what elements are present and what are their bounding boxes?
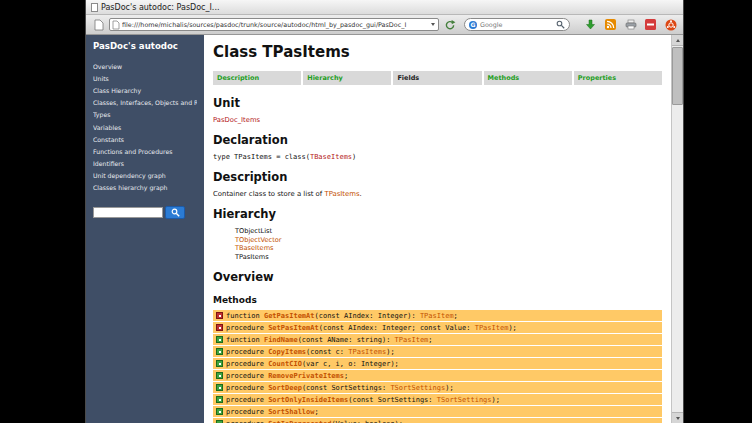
sidebar-item-overview[interactable]: Overview xyxy=(93,60,197,72)
code-text: procedure xyxy=(226,348,268,356)
reload-button[interactable] xyxy=(442,17,457,32)
section-tab-properties[interactable]: Properties xyxy=(574,71,662,85)
code-link[interactable]: GetPasItemAt xyxy=(264,312,315,320)
google-engine-icon[interactable]: G xyxy=(469,21,477,29)
hierarchy-heading: Hierarchy xyxy=(213,207,662,221)
code-text: ; xyxy=(454,312,458,320)
methods-table: function GetPasItemAt(const AIndex: Inte… xyxy=(213,310,662,423)
code-link[interactable]: TPasItems xyxy=(348,348,386,356)
hierarchy-list: TObjectListTObjectVectorTBaseItemsTPasIt… xyxy=(213,227,662,261)
sidebar-search-input[interactable] xyxy=(93,207,163,218)
hierarchy-item[interactable]: TBaseItems xyxy=(235,244,662,253)
code-link[interactable]: TPasItems xyxy=(324,190,359,198)
visibility-public-icon xyxy=(216,408,223,415)
code-text: (const AName: string): xyxy=(298,336,395,344)
visibility-public-icon xyxy=(216,384,223,391)
ubuntu-logo-icon[interactable] xyxy=(663,17,678,32)
member-row: procedure CountCIO(var c, i, o: Integer)… xyxy=(213,358,662,369)
member-row: function GetPasItemAt(const AIndex: Inte… xyxy=(213,310,662,321)
browser-window: PasDoc's autodoc: PasDoc_I... file:///ho… xyxy=(85,0,684,423)
sidebar-item-constants[interactable]: Constants xyxy=(93,133,197,145)
code-link[interactable]: TPasItem xyxy=(420,312,454,320)
code-text: (const AIndex: Integer): xyxy=(315,312,420,320)
code-link[interactable]: TSortSettings xyxy=(390,384,445,392)
rss-icon[interactable] xyxy=(603,17,618,32)
url-bar[interactable]: file:///home/michalis/sources/pasdoc/tru… xyxy=(109,18,439,31)
code-text: function xyxy=(226,312,264,320)
sidebar-item-unit-dependency-graph[interactable]: Unit dependency graph xyxy=(93,170,197,182)
sidebar-item-variables[interactable]: Variables xyxy=(93,121,197,133)
scrollbar[interactable] xyxy=(671,35,683,423)
code-text: ; xyxy=(315,408,319,416)
declaration-heading: Declaration xyxy=(213,133,662,147)
sidebar-item-units[interactable]: Units xyxy=(93,72,197,84)
member-row: procedure SetIsDeprecated(Value: boolean… xyxy=(213,418,662,423)
search-bar[interactable]: G Google xyxy=(464,18,570,31)
code-link[interactable]: TBaseItems xyxy=(310,153,352,161)
code-text: ); xyxy=(386,348,394,356)
code-link[interactable]: TSortSettings xyxy=(437,396,492,404)
code-link[interactable]: RemovePrivateItems xyxy=(268,372,344,380)
scroll-up-button[interactable] xyxy=(672,35,683,46)
member-signature: function FindName(const AName: string): … xyxy=(226,336,433,344)
code-text: procedure xyxy=(226,324,268,332)
code-link[interactable]: SetPasItemAt xyxy=(268,324,319,332)
scroll-down-button[interactable] xyxy=(672,412,683,423)
code-link[interactable]: SortOnlyInsideItems xyxy=(268,396,348,404)
code-text: function xyxy=(226,336,264,344)
visibility-public-icon xyxy=(216,372,223,379)
printer-icon[interactable] xyxy=(623,17,638,32)
section-tab-methods[interactable]: Methods xyxy=(484,71,572,85)
unit-heading: Unit xyxy=(213,96,662,110)
unit-link[interactable]: PasDoc_Items xyxy=(213,116,662,124)
code-link[interactable]: TPasItem xyxy=(395,336,429,344)
screen: PasDoc's autodoc: PasDoc_I... file:///ho… xyxy=(0,0,752,423)
scrollbar-thumb[interactable] xyxy=(672,47,683,105)
code-text: ); xyxy=(508,324,516,332)
search-placeholder: Google xyxy=(480,21,553,29)
page-icon xyxy=(91,17,106,32)
code-text: ; xyxy=(428,336,432,344)
hierarchy-item[interactable]: TObjectVector xyxy=(235,236,662,245)
main-content: Class TPasItems DescriptionHierarchyFiel… xyxy=(204,35,671,423)
sidebar-search-button[interactable] xyxy=(165,206,185,219)
arrow-down-icon xyxy=(676,417,680,420)
code-text: (const SortSettings: xyxy=(348,396,437,404)
window-page-icon xyxy=(91,3,98,12)
code-text: (const c: xyxy=(306,348,348,356)
download-icon[interactable] xyxy=(583,17,598,32)
code-text: procedure xyxy=(226,360,268,368)
addon-icon[interactable] xyxy=(643,17,658,32)
code-link[interactable]: CopyItems xyxy=(268,348,306,356)
code-link[interactable]: SortDeep xyxy=(268,384,302,392)
code-link[interactable]: TPasItem xyxy=(475,324,509,332)
sidebar-item-classes-hierarchy-graph[interactable]: Classes hierarchy graph xyxy=(93,182,197,194)
code-text: ); xyxy=(492,396,500,404)
sidebar-item-types[interactable]: Types xyxy=(93,109,197,121)
search-icon[interactable] xyxy=(556,20,565,29)
section-tab-description[interactable]: Description xyxy=(213,71,301,85)
sidebar-item-functions-and-procedures[interactable]: Functions and Procedures xyxy=(93,145,197,157)
code-text: procedure xyxy=(226,396,268,404)
code-text: (const SortSettings: xyxy=(302,384,391,392)
section-tab-fields: Fields xyxy=(393,71,481,85)
member-row: procedure SortDeep(const SortSettings: T… xyxy=(213,382,662,393)
visibility-public-icon xyxy=(216,396,223,403)
sidebar-item-classes-interfaces-objects-and-records[interactable]: Classes, Interfaces, Objects and Records xyxy=(93,97,197,109)
member-row: procedure SetPasItemAt(const AIndex: Int… xyxy=(213,322,662,333)
code-link[interactable]: CountCIO xyxy=(268,360,302,368)
sidebar-item-identifiers[interactable]: Identifiers xyxy=(93,158,197,170)
code-text: ) xyxy=(352,153,356,161)
code-link[interactable]: FindName xyxy=(264,336,298,344)
hierarchy-item: TPasItems xyxy=(235,253,662,262)
member-signature: procedure CountCIO(var c, i, o: Integer)… xyxy=(226,360,399,368)
page-content: PasDoc's autodoc OverviewUnitsClass Hier… xyxy=(86,35,683,423)
code-link[interactable]: SortShallow xyxy=(268,408,314,416)
sidebar-item-class-hierarchy[interactable]: Class Hierarchy xyxy=(93,84,197,96)
member-row: procedure SortOnlyInsideItems(const Sort… xyxy=(213,394,662,405)
methods-heading: Methods xyxy=(213,295,662,305)
url-dropdown-arrow[interactable] xyxy=(431,23,435,26)
overview-heading: Overview xyxy=(213,270,662,284)
description-text: Container class to store a list of TPasI… xyxy=(213,190,662,198)
section-tab-hierarchy[interactable]: Hierarchy xyxy=(303,71,391,85)
